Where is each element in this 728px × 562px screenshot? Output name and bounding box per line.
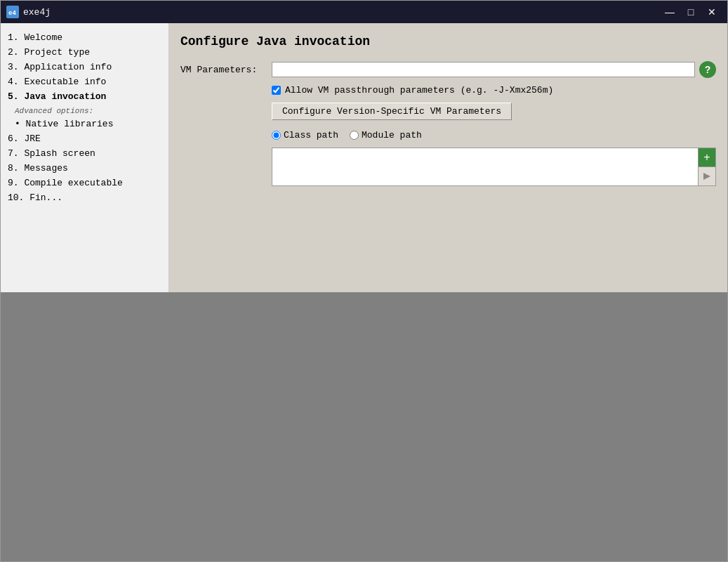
modulepath-option[interactable]: Module path xyxy=(350,130,422,140)
main-panel: Configure Java invocation VM Parameters:… xyxy=(169,23,727,292)
title-bar-controls: — □ ✕ xyxy=(660,4,722,20)
sidebar-item-messages[interactable]: 8. Messages xyxy=(1,161,168,176)
sidebar-item-final[interactable]: 10. Fin... xyxy=(1,190,168,205)
classpath-option[interactable]: Class path xyxy=(272,130,338,140)
sidebar-item-label: Native libraries xyxy=(26,119,114,129)
sidebar-advanced-label: Advanced options: xyxy=(1,104,168,117)
vm-passthrough-label[interactable]: Allow VM passthrough parameters (e.g. -J… xyxy=(285,85,553,96)
sidebar-item-number: 7. xyxy=(8,148,24,159)
page-title: Configure Java invocation xyxy=(180,34,716,48)
add-classpath-button[interactable]: + xyxy=(699,148,715,167)
sidebar-item-label: Compile executable xyxy=(24,178,122,188)
sidebar-item-application-info[interactable]: 3. Application info xyxy=(1,60,168,74)
classpath-label: Class path xyxy=(284,130,338,140)
classpath-list[interactable] xyxy=(272,148,698,186)
vm-params-label: VM Parameters: xyxy=(180,65,272,75)
sidebar-item-number: 2. xyxy=(8,47,24,58)
vm-passthrough-row: Allow VM passthrough parameters (e.g. -J… xyxy=(272,85,716,96)
sidebar-item-number: 1. xyxy=(8,32,24,43)
sidebar-item-welcome[interactable]: 1. Welcome xyxy=(1,30,168,45)
sidebar-item-java-invocation[interactable]: 5. Java invocation xyxy=(1,89,168,104)
app-icon: e4 xyxy=(6,6,19,18)
sidebar-item-label: Java invocation xyxy=(24,91,106,102)
vm-params-row: VM Parameters: ? xyxy=(180,61,716,78)
path-type-row: Class path Module path xyxy=(272,130,716,140)
configure-btn-row: Configure Version-Specific VM Parameters xyxy=(272,103,716,120)
sidebar-item-label: Fin... xyxy=(29,192,62,203)
sidebar-item-number: 10. xyxy=(8,192,29,203)
vm-params-input[interactable] xyxy=(272,62,695,77)
gray-lower-area xyxy=(1,292,727,561)
content-area: 1. Welcome 2. Project type 3. Applicatio… xyxy=(1,23,727,292)
window-title: exe4j xyxy=(23,7,51,18)
main-window: e4 exe4j — □ ✕ 1. Welcome 2. Project typ… xyxy=(0,0,728,562)
vm-params-help-button[interactable]: ? xyxy=(699,61,716,78)
maximize-button[interactable]: □ xyxy=(681,4,701,20)
sidebar-item-number: 4. xyxy=(8,77,24,87)
minimize-button[interactable]: — xyxy=(660,4,680,20)
sidebar-item-project-type[interactable]: 2. Project type xyxy=(1,45,168,60)
configure-version-button[interactable]: Configure Version-Specific VM Parameters xyxy=(272,103,512,120)
sidebar-item-number: 9. xyxy=(8,178,24,188)
sidebar-item-number: 3. xyxy=(8,62,24,72)
sidebar-item-number: 8. xyxy=(8,163,24,174)
sidebar-item-bullet: • xyxy=(15,119,26,129)
sidebar-item-label: Executable info xyxy=(24,77,106,87)
classpath-action-buttons: + xyxy=(698,148,716,186)
sidebar: 1. Welcome 2. Project type 3. Applicatio… xyxy=(1,23,169,292)
modulepath-label: Module path xyxy=(362,130,422,140)
sidebar-item-label: Splash screen xyxy=(24,148,95,159)
sidebar-item-label: Application info xyxy=(24,62,112,72)
svg-marker-2 xyxy=(703,173,710,180)
sidebar-item-executable-info[interactable]: 4. Executable info xyxy=(1,74,168,89)
sidebar-item-label: Project type xyxy=(24,47,90,58)
remove-classpath-button[interactable] xyxy=(699,167,715,185)
sidebar-item-label: JRE xyxy=(24,133,40,144)
svg-text:e4: e4 xyxy=(8,10,16,17)
classpath-area: + xyxy=(272,148,716,186)
sidebar-item-compile-executable[interactable]: 9. Compile executable xyxy=(1,176,168,190)
sidebar-item-number: 5. xyxy=(8,91,24,102)
vm-passthrough-checkbox[interactable] xyxy=(272,86,281,95)
title-bar-left: e4 exe4j xyxy=(6,6,51,18)
sidebar-item-splash-screen[interactable]: 7. Splash screen xyxy=(1,146,168,161)
modulepath-radio[interactable] xyxy=(350,131,359,140)
sidebar-item-native-libraries[interactable]: • Native libraries xyxy=(1,117,168,131)
title-bar: e4 exe4j — □ ✕ xyxy=(1,1,727,23)
sidebar-item-jre[interactable]: 6. JRE xyxy=(1,131,168,146)
sidebar-item-number: 6. xyxy=(8,133,24,144)
close-button[interactable]: ✕ xyxy=(702,4,722,20)
sidebar-item-label: Welcome xyxy=(24,32,62,43)
classpath-radio[interactable] xyxy=(272,131,281,140)
sidebar-item-label: Messages xyxy=(24,163,67,174)
